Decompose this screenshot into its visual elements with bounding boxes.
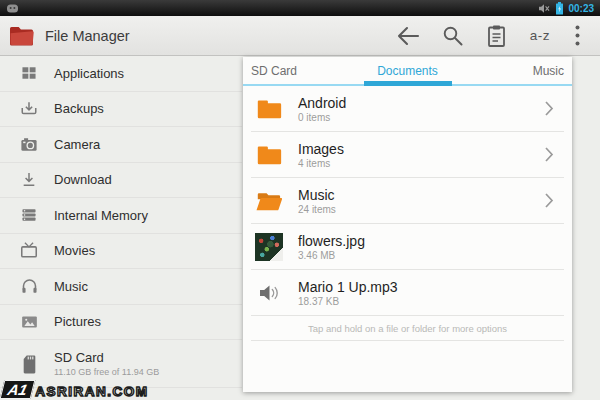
sd-card-icon (17, 353, 41, 375)
status-bar: 00:23 (0, 0, 600, 16)
sidebar-item-camera[interactable]: Camera (0, 127, 242, 163)
file-name: Mario 1 Up.mp3 (298, 279, 398, 295)
file-list: Android 0 items Images 4 items (243, 86, 572, 341)
paste-button[interactable] (474, 16, 518, 55)
file-name: flowers.jpg (298, 233, 365, 249)
sidebar-item-label: SD Card (54, 350, 159, 365)
sidebar-item-download[interactable]: Download (0, 163, 242, 199)
file-name: Images (298, 141, 344, 157)
sidebar-item-movies[interactable]: Movies (0, 234, 242, 270)
mute-icon (538, 3, 550, 14)
file-row-music[interactable]: Music 24 items (243, 178, 572, 223)
sort-az-label: a-z (530, 28, 550, 43)
file-meta: 24 items (298, 204, 336, 215)
tab-label: Documents (377, 64, 438, 78)
list-divider (251, 340, 564, 341)
sidebar-item-label: Movies (54, 243, 95, 258)
search-button[interactable] (430, 16, 474, 55)
status-clock: 00:23 (568, 3, 594, 14)
folder-icon (253, 139, 285, 171)
file-name: Android (298, 95, 346, 111)
file-name: Music (298, 187, 336, 203)
file-row-images[interactable]: Images 4 items (243, 132, 572, 177)
overflow-menu-button[interactable] (562, 16, 592, 55)
sidebar-item-label: Pictures (54, 314, 101, 329)
folder-open-icon (253, 185, 285, 217)
chevron-right-icon (544, 100, 554, 117)
watermark: A1 ASRIRAN.COM (2, 380, 148, 399)
file-row-mario-mp3[interactable]: Mario 1 Up.mp3 18.37 KB (243, 270, 572, 315)
back-arrow-icon (395, 25, 421, 47)
sidebar-item-pictures[interactable]: Pictures (0, 305, 242, 341)
file-manager-screen: 00:23 File Manager a-z (0, 0, 600, 400)
sidebar-nav: Applications Backups Camera Download (0, 56, 242, 388)
tab-label: Music (533, 64, 564, 78)
watermark-logo: A1 (0, 380, 36, 399)
sd-card-capacity: 11.10 GB free of 11.94 GB (54, 367, 159, 377)
sidebar-item-backups[interactable]: Backups (0, 92, 242, 128)
search-icon (441, 24, 464, 47)
sidebar-item-label: Camera (54, 137, 100, 152)
sidebar-item-applications[interactable]: Applications (0, 56, 242, 92)
sidebar-item-music[interactable]: Music (0, 269, 242, 305)
android-notification-icon (6, 3, 19, 13)
file-meta: 0 items (298, 112, 346, 123)
tab-sd-card[interactable]: SD Card (243, 57, 353, 84)
apps-grid-icon (17, 62, 41, 84)
backup-tray-icon (17, 98, 41, 120)
tv-icon (17, 240, 41, 262)
audio-speaker-icon (253, 277, 285, 309)
sidebar-item-label: Music (54, 279, 88, 294)
file-meta: 3.46 MB (298, 250, 365, 261)
folder-icon (253, 93, 285, 125)
back-button[interactable] (386, 16, 430, 55)
tab-documents[interactable]: Documents (353, 57, 463, 84)
battery-charging-icon (555, 2, 564, 15)
sort-az-button[interactable]: a-z (518, 16, 562, 55)
content-area: Applications Backups Camera Download (0, 56, 600, 400)
sidebar-item-internal-memory[interactable]: Internal Memory (0, 198, 242, 234)
file-meta: 18.37 KB (298, 296, 398, 307)
active-tab-underline (364, 81, 452, 86)
file-row-android[interactable]: Android 0 items (243, 86, 572, 131)
camera-icon (17, 133, 41, 155)
file-row-flowers-jpg[interactable]: flowers.jpg 3.46 MB (243, 224, 572, 269)
tab-music[interactable]: Music (462, 57, 572, 84)
app-bar: File Manager a-z (0, 16, 600, 56)
paste-clipboard-icon (486, 24, 507, 48)
tab-label: SD Card (251, 64, 297, 78)
chevron-right-icon (544, 192, 554, 209)
picture-icon (17, 311, 41, 333)
sidebar-item-label: Internal Memory (54, 208, 148, 223)
sidebar-item-label: Applications (54, 66, 124, 81)
sidebar-item-label: Backups (54, 101, 104, 116)
app-title: File Manager (45, 28, 130, 44)
chevron-right-icon (544, 146, 554, 163)
image-thumbnail (253, 231, 285, 263)
download-arrow-icon (17, 169, 41, 191)
tab-bar: SD Card Documents Music (243, 57, 572, 86)
file-browser-panel: SD Card Documents Music Android (243, 57, 572, 392)
headphones-icon (17, 275, 41, 297)
sidebar-item-label: Download (54, 172, 112, 187)
watermark-text: ASRIRAN.COM (35, 384, 148, 399)
file-meta: 4 items (298, 158, 344, 169)
long-press-hint: Tap and hold on a file or folder for mor… (243, 316, 572, 340)
red-folder-icon (8, 24, 35, 48)
overflow-menu-icon (575, 25, 580, 46)
internal-memory-icon (17, 204, 41, 226)
